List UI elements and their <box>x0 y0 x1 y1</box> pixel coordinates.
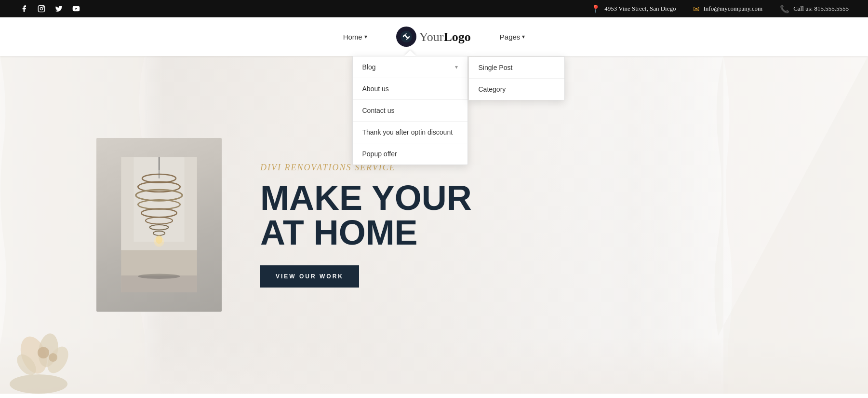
phone-info: 📞 Call us: 815.555.5555 <box>780 4 849 14</box>
nav-home-label: Home <box>343 33 362 41</box>
facebook-icon[interactable] <box>19 4 29 14</box>
submenu-category[interactable]: Category <box>469 79 564 100</box>
hero-subtitle: DIVI RENOVATIONS SERVICE <box>260 163 772 173</box>
hero-title-line1: MAKE YOUR <box>260 180 772 215</box>
svg-point-27 <box>38 347 49 358</box>
svg-point-19 <box>154 237 164 247</box>
hero-title-line2: AT HOME <box>260 215 772 250</box>
submenu-single-post[interactable]: Single Post <box>469 57 564 79</box>
nav-pages-chevron: ▾ <box>522 33 525 40</box>
dropdown-item-popup[interactable]: Popup offer <box>353 143 467 165</box>
email-icon: ✉ <box>693 4 699 14</box>
hero-image-frame <box>96 138 222 312</box>
dropdown-item-blog[interactable]: Blog ▾ Single Post Category <box>353 56 467 78</box>
chandelier-image <box>96 138 222 312</box>
top-bar: 📍 4953 Vine Street, San Diego ✉ Info@myc… <box>0 0 868 17</box>
svg-point-22 <box>10 374 67 394</box>
nav-home-chevron: ▾ <box>364 33 367 40</box>
email-text: Info@mycompany.com <box>703 5 762 13</box>
single-post-label: Single Post <box>479 64 513 71</box>
hero-bottom-fade <box>0 336 868 394</box>
pages-dropdown: Blog ▾ Single Post Category About us <box>352 56 468 165</box>
about-label: About us <box>362 85 389 93</box>
dropdown-item-contact[interactable]: Contact us <box>353 100 467 122</box>
nav-pages[interactable]: Pages ▾ <box>500 33 525 41</box>
svg-rect-0 <box>38 5 44 12</box>
hero-text: DIVI RENOVATIONS SERVICE MAKE YOUR AT HO… <box>260 163 772 288</box>
contact-info: 📍 4953 Vine Street, San Diego ✉ Info@myc… <box>591 4 849 14</box>
contact-label: Contact us <box>362 107 395 114</box>
logo-icon <box>396 27 416 47</box>
phone-text: Call us: 815.555.5555 <box>793 5 849 13</box>
logo[interactable]: YourLogo <box>396 27 471 47</box>
dropdown-item-thankyou[interactable]: Thank you after optin discount <box>353 122 467 143</box>
header-inner: Home ▾ YourLogo Pages ▾ <box>343 27 525 47</box>
blog-chevron: ▾ <box>455 64 458 70</box>
view-work-button[interactable]: VIEW OUR WORK <box>260 265 359 288</box>
social-links <box>19 4 81 14</box>
nav-home[interactable]: Home ▾ <box>343 33 367 41</box>
pages-dropdown-container: Blog ▾ Single Post Category About us <box>352 56 468 165</box>
dropdown-item-about[interactable]: About us <box>353 78 467 100</box>
nav-pages-label: Pages <box>500 33 521 41</box>
email-info: ✉ Info@mycompany.com <box>693 4 762 14</box>
address-text: 4953 Vine Street, San Diego <box>604 5 676 13</box>
location-icon: 📍 <box>591 4 601 14</box>
logo-text-logo: Logo <box>443 30 470 44</box>
blog-submenu: Single Post Category <box>468 56 565 100</box>
instagram-icon[interactable] <box>37 4 46 14</box>
category-label: Category <box>479 85 506 93</box>
popup-label: Popup offer <box>362 150 397 158</box>
hero-title: MAKE YOUR AT HOME <box>260 180 772 250</box>
flower-decoration <box>0 316 96 394</box>
twitter-icon[interactable] <box>54 4 64 14</box>
header: Home ▾ YourLogo Pages ▾ <box>0 17 868 56</box>
blog-label: Blog <box>362 63 376 71</box>
phone-icon: 📞 <box>780 4 789 14</box>
address-info: 📍 4953 Vine Street, San Diego <box>591 4 676 14</box>
svg-point-2 <box>43 7 43 7</box>
svg-point-1 <box>40 7 42 10</box>
svg-point-28 <box>49 353 57 362</box>
logo-text-your: Your <box>419 30 444 44</box>
dropdown-arrow <box>404 50 416 56</box>
svg-point-21 <box>138 274 180 279</box>
thankyou-label: Thank you after optin discount <box>362 128 453 136</box>
youtube-icon[interactable] <box>71 4 81 14</box>
